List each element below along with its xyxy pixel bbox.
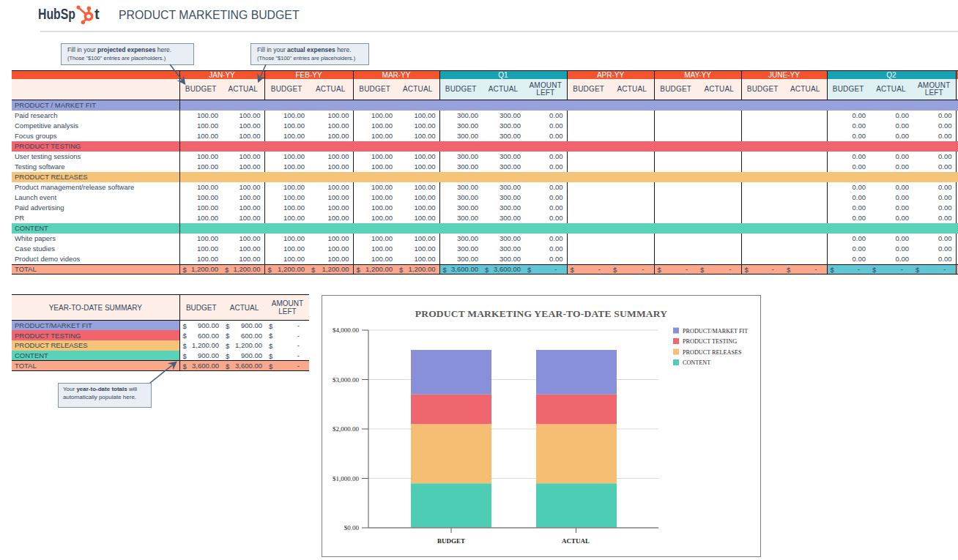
svg-text:PRODUCT RELEASES: PRODUCT RELEASES: [683, 349, 742, 356]
svg-text:$4,000.00: $4,000.00: [333, 326, 360, 334]
svg-text:PRODUCT MARKETING YEAR-TO-DATE: PRODUCT MARKETING YEAR-TO-DATE SUMMARY: [415, 308, 668, 319]
svg-text:$3,000.00: $3,000.00: [333, 376, 360, 384]
svg-text:$2,000.00: $2,000.00: [333, 425, 360, 433]
svg-text:CONTENT: CONTENT: [683, 359, 710, 366]
svg-text:ACTUAL: ACTUAL: [562, 537, 590, 545]
svg-text:$1,000.00: $1,000.00: [333, 475, 360, 482]
svg-text:PRODUCT/MARKET FIT: PRODUCT/MARKET FIT: [683, 328, 748, 335]
svg-text:$0.00: $0.00: [344, 524, 360, 531]
svg-text:BUDGET: BUDGET: [437, 537, 465, 545]
svg-text:PRODUCT TESTING: PRODUCT TESTING: [683, 338, 737, 345]
